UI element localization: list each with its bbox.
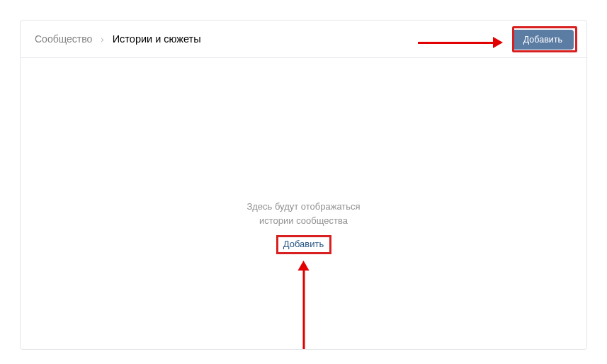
panel-content: Здесь будут отображаться истории сообщес… — [21, 58, 586, 349]
annotation-arrow-right — [418, 41, 503, 45]
breadcrumb-current: Истории и сюжеты — [113, 33, 201, 45]
breadcrumb: Сообщество › Истории и сюжеты — [35, 33, 201, 45]
breadcrumb-parent[interactable]: Сообщество — [35, 33, 92, 45]
panel-header: Сообщество › Истории и сюжеты Добавить — [21, 21, 586, 58]
add-link[interactable]: Добавить — [283, 239, 324, 249]
chevron-right-icon: › — [101, 34, 103, 45]
annotation-arrow-up — [302, 261, 305, 349]
add-button[interactable]: Добавить — [512, 30, 574, 50]
stories-panel: Сообщество › Истории и сюжеты Добавить З… — [20, 20, 587, 350]
empty-state: Здесь будут отображаться истории сообщес… — [246, 200, 360, 250]
empty-state-text: Здесь будут отображаться истории сообщес… — [246, 200, 360, 227]
